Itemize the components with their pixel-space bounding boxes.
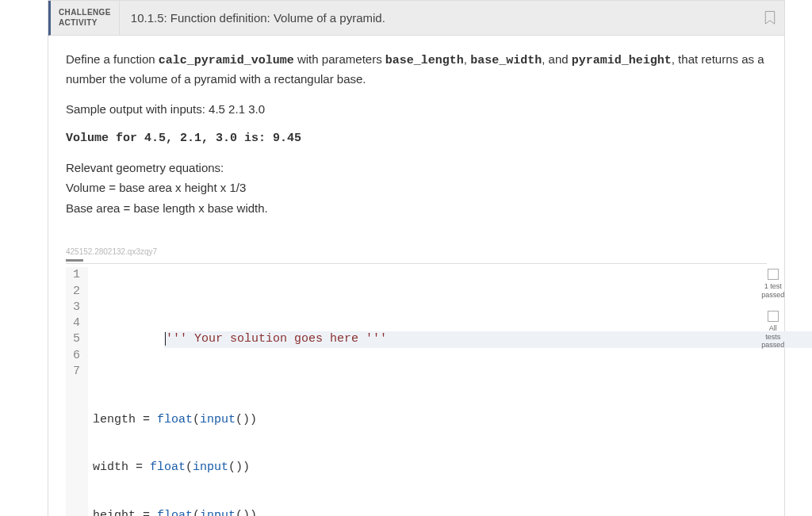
prompt-text: Define a function calc_pyramid_volume wi…: [66, 50, 767, 89]
line-number: 5: [66, 331, 82, 347]
code-identifier: base_width: [470, 54, 542, 67]
code-identifier: calc_pyramid_volume: [159, 54, 294, 67]
line-number: 2: [66, 284, 82, 300]
code-line[interactable]: width = float(input()): [93, 460, 756, 476]
code-identifier: pyramid_height: [572, 54, 672, 67]
geometry-title: Relevant geometry equations:: [66, 159, 767, 177]
test-status-all: All tests passed: [761, 311, 784, 350]
test-status-label: 1 test passed: [761, 282, 784, 300]
activity-header: CHALLENGE ACTIVITY 10.1.5: Function defi…: [48, 1, 784, 36]
sample-output: Volume for 4.5, 2.1, 3.0 is: 9.45: [66, 129, 767, 147]
line-number: 3: [66, 300, 82, 315]
line-number: 4: [66, 315, 82, 331]
line-number-gutter: 1 2 3 4 5 6 7: [66, 267, 88, 516]
code-line[interactable]: [93, 364, 756, 380]
prompt-segment: , and: [542, 52, 572, 66]
code-line[interactable]: height = float(input()): [93, 508, 756, 516]
activity-label-line1: CHALLENGE: [59, 8, 111, 18]
code-editor[interactable]: 1 2 3 4 5 6 7 ''' Your solution goes her…: [66, 264, 756, 516]
checkbox-icon: [768, 269, 779, 280]
activity-type-label: CHALLENGE ACTIVITY: [51, 1, 120, 35]
activity-body: Define a function calc_pyramid_volume wi…: [48, 36, 784, 516]
geometry-eq-basearea: Base area = base length x base width.: [66, 199, 767, 217]
code-area-row: 1 2 3 4 5 6 7 ''' Your solution goes her…: [66, 264, 767, 516]
activity-label-line2: ACTIVITY: [59, 18, 111, 29]
session-hash: 425152.2802132.qx3zqy7: [66, 246, 767, 265]
test-status-label: All tests passed: [761, 324, 784, 350]
code-line[interactable]: [93, 300, 756, 315]
checkbox-icon: [768, 311, 779, 322]
bookmark-icon[interactable]: [756, 1, 784, 35]
line-number: 6: [66, 348, 82, 364]
code-line[interactable]: length = float(input()): [93, 412, 756, 428]
geometry-eq-volume: Volume = base area x height x 1/3: [66, 178, 767, 197]
challenge-activity-card: CHALLENGE ACTIVITY 10.1.5: Function defi…: [48, 0, 785, 516]
prompt-segment: ,: [464, 52, 470, 66]
line-number: 7: [66, 364, 82, 380]
code-identifier: base_length: [385, 54, 464, 67]
prompt-segment: Define a function: [66, 52, 159, 66]
prompt-segment: with parameters: [294, 52, 385, 66]
code-line-active[interactable]: ''' Your solution goes here ''': [164, 331, 812, 347]
sample-input-label: Sample output with inputs: 4.5 2.1 3.0: [66, 100, 767, 118]
code-lines[interactable]: ''' Your solution goes here ''' length =…: [88, 267, 756, 516]
test-status-column: 1 test passed All tests passed: [756, 264, 786, 361]
activity-title: 10.1.5: Function definition: Volume of a…: [120, 1, 756, 35]
line-number: 1: [66, 267, 82, 283]
test-status-one: 1 test passed: [761, 269, 784, 300]
